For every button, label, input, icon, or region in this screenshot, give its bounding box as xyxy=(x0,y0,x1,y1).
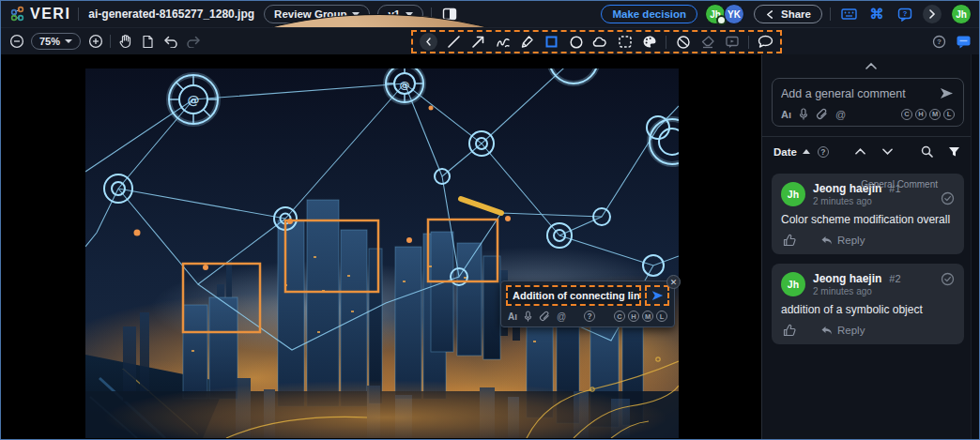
severity-high-button[interactable]: H xyxy=(628,311,639,322)
line-tool-button[interactable] xyxy=(446,34,462,50)
search-comments-button[interactable] xyxy=(919,144,935,159)
eraser-tool-button[interactable] xyxy=(699,34,715,50)
redo-icon xyxy=(186,36,201,48)
shortcuts-keyboard-button[interactable] xyxy=(838,4,859,24)
divider xyxy=(830,8,831,21)
pages-button[interactable] xyxy=(140,34,156,50)
reply-button[interactable]: Reply xyxy=(820,325,865,336)
logo-text: VERI xyxy=(30,6,70,23)
sort-by-label[interactable]: Date xyxy=(773,146,797,158)
microphone-icon[interactable] xyxy=(799,108,808,120)
avatar-jh[interactable]: Jh xyxy=(705,4,726,24)
collapse-panel-button[interactable] xyxy=(923,5,942,23)
general-comment-input[interactable] xyxy=(781,87,939,100)
no-draw-icon xyxy=(676,35,691,50)
toolbar-help-button[interactable]: ? xyxy=(931,34,947,50)
share-button[interactable]: Share xyxy=(754,5,822,23)
zoom-level-dropdown[interactable]: 75% xyxy=(31,33,81,50)
resolve-comment-button[interactable] xyxy=(941,272,955,286)
annotation-comment-popup[interactable]: ✕ Addition of connecting line Aı xyxy=(500,281,675,327)
image-canvas[interactable]: @ @ ✕ Addition of connecting line xyxy=(1,54,761,439)
zoom-in-button[interactable] xyxy=(87,34,103,50)
comment-card-2[interactable]: Jh Jeong haejin #2 2 minutes ago xyxy=(772,264,964,344)
keyboard-icon xyxy=(841,8,857,21)
mention-icon[interactable]: @ xyxy=(835,109,846,120)
severity-low-button[interactable]: L xyxy=(943,109,955,120)
comment-box-tool-button[interactable] xyxy=(724,34,740,50)
like-button[interactable] xyxy=(783,234,796,247)
help-circle-icon[interactable]: ? xyxy=(818,146,829,158)
cloud-tool-button[interactable] xyxy=(592,34,608,50)
comments-list[interactable]: General Comment Jh Jeong haejin #1 2 min… xyxy=(762,166,979,439)
previous-comment-button[interactable] xyxy=(852,144,868,159)
filter-comments-button[interactable] xyxy=(946,144,962,159)
next-comment-button[interactable] xyxy=(880,144,896,159)
severity-medium-button[interactable]: M xyxy=(642,311,653,322)
severity-critical-button[interactable]: C xyxy=(901,109,912,120)
app-window: VERI ai-generated-8165277_1280.jpg Revie… xyxy=(0,0,980,440)
close-icon[interactable]: ✕ xyxy=(666,275,681,289)
brush-tool-button[interactable] xyxy=(519,34,535,50)
help-button[interactable]: ? xyxy=(895,4,915,24)
attachment-icon[interactable] xyxy=(539,311,550,322)
send-comment-button[interactable] xyxy=(645,285,669,306)
help-circle-icon[interactable]: ? xyxy=(584,311,595,322)
annotation-comment-input[interactable]: Addition of connecting line xyxy=(506,285,641,306)
svg-text:@: @ xyxy=(188,93,200,107)
send-general-comment-button[interactable] xyxy=(939,85,955,101)
undo-button[interactable] xyxy=(162,34,178,50)
divider xyxy=(748,36,749,49)
avatar: Jh xyxy=(781,182,805,206)
comment-timestamp: 2 minutes ago xyxy=(813,286,901,296)
comment-tool-button[interactable] xyxy=(758,34,773,50)
mention-icon[interactable]: @ xyxy=(557,311,566,322)
severity-buttons: C H M L xyxy=(901,109,955,120)
pan-tool-button[interactable] xyxy=(117,34,133,50)
text-format-icon[interactable]: Aı xyxy=(508,311,517,322)
sidebar-scrollbar[interactable] xyxy=(971,54,979,439)
color-palette-button[interactable] xyxy=(641,34,657,50)
comment-card-1[interactable]: General Comment Jh Jeong haejin #1 2 min… xyxy=(772,174,964,254)
comment-body: addition of a symbolic object xyxy=(781,303,955,316)
tool-bar: 75% xyxy=(1,27,979,54)
attachment-icon[interactable] xyxy=(816,108,828,120)
comments-panel-toggle[interactable] xyxy=(956,34,972,50)
make-decision-button[interactable]: Make decision xyxy=(601,5,697,23)
comment-author: Jeong haejin xyxy=(813,272,881,285)
line-icon xyxy=(447,35,461,49)
reply-label: Reply xyxy=(837,235,865,246)
reply-button[interactable]: Reply xyxy=(820,235,865,246)
comments-sort-bar: Date ? xyxy=(762,137,979,166)
collapse-composer-button[interactable] xyxy=(863,58,879,74)
command-palette-button[interactable]: ⌘ xyxy=(866,4,887,24)
check-circle-icon xyxy=(941,191,955,205)
divider xyxy=(110,35,111,48)
comment-body: Color scheme modification overall xyxy=(781,213,955,226)
redo-button[interactable] xyxy=(185,34,201,50)
microphone-icon[interactable] xyxy=(524,311,532,322)
comment-type-tag: General Comment xyxy=(861,179,938,190)
avatar-yk[interactable]: YK xyxy=(724,4,744,24)
speech-bubble-icon xyxy=(758,35,773,49)
ellipse-tool-button[interactable] xyxy=(568,34,584,50)
sort-ascending-icon[interactable] xyxy=(803,149,810,154)
laser-pointer-button[interactable] xyxy=(675,34,691,50)
chat-panel-icon xyxy=(956,35,972,49)
severity-medium-button[interactable]: M xyxy=(929,109,941,120)
collapse-tools-button[interactable] xyxy=(420,33,437,51)
zoom-out-button[interactable] xyxy=(8,34,24,50)
severity-low-button[interactable]: L xyxy=(656,311,667,322)
marquee-tool-button[interactable] xyxy=(617,34,633,50)
like-button[interactable] xyxy=(783,324,796,337)
resolve-comment-button[interactable] xyxy=(941,191,955,205)
reviewed-image[interactable]: @ @ ✕ Addition of connecting line xyxy=(85,68,679,438)
text-format-icon[interactable]: Aı xyxy=(781,109,791,120)
rectangle-tool-button[interactable] xyxy=(544,34,559,50)
profile-avatar[interactable]: Jh xyxy=(951,4,972,24)
severity-high-button[interactable]: H xyxy=(915,109,926,120)
general-comment-composer[interactable]: Aı @ C H M L xyxy=(772,78,964,127)
arrow-tool-button[interactable] xyxy=(470,34,486,50)
freehand-tool-button[interactable] xyxy=(495,34,511,50)
severity-critical-button[interactable]: C xyxy=(614,311,625,322)
divider xyxy=(78,8,79,21)
